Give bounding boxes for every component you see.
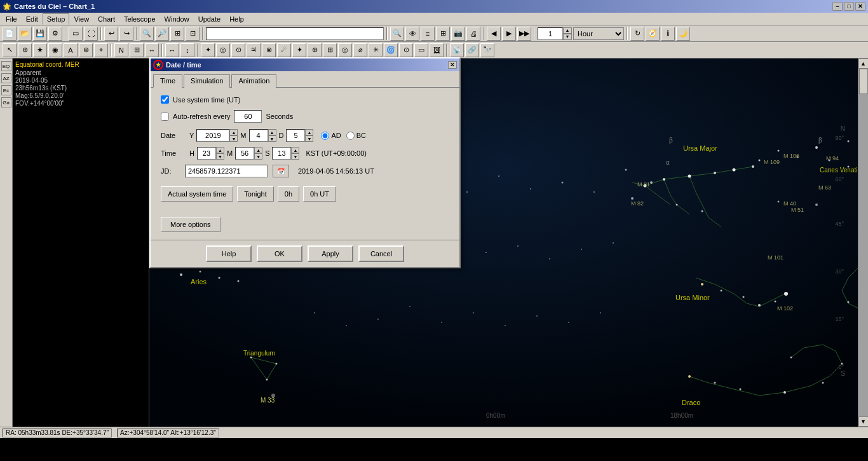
menu-chart[interactable]: Chart <box>93 13 119 25</box>
step-unit-select[interactable]: Hour Minute Day Month Year <box>573 27 624 40</box>
camera-button[interactable]: 📷 <box>451 27 465 41</box>
oh-ut-button[interactable]: 0h UT <box>303 186 336 202</box>
step-up[interactable]: ▲ <box>563 27 572 34</box>
horizon-filter[interactable]: ⌀ <box>353 43 367 57</box>
hour-down[interactable]: ▼ <box>216 153 224 160</box>
year-input[interactable] <box>196 129 229 142</box>
star-filter[interactable]: ✦ <box>201 43 215 57</box>
year-up[interactable]: ▲ <box>229 129 238 135</box>
telrad-filter[interactable]: ⊙ <box>399 43 413 57</box>
double-filter[interactable]: ⊕ <box>308 43 322 57</box>
zoom-in-button[interactable]: 🔍 <box>140 27 154 41</box>
menu-edit[interactable]: Edit <box>22 13 43 25</box>
use-system-time-checkbox[interactable] <box>161 95 169 104</box>
zoom-out-button[interactable]: 🔎 <box>155 27 169 41</box>
planet-label[interactable]: ♃ <box>247 43 261 57</box>
scroll-up[interactable]: ▲ <box>858 58 869 69</box>
more-options-button[interactable]: More options <box>161 217 220 232</box>
actual-system-time-button[interactable]: Actual system time <box>161 186 233 202</box>
circle-tool[interactable]: ◉ <box>48 43 62 57</box>
month-input[interactable] <box>249 129 268 142</box>
jd-input[interactable] <box>185 165 268 177</box>
sec-up[interactable]: ▲ <box>291 147 299 153</box>
minimize-button[interactable]: – <box>832 2 843 11</box>
ccd-filter[interactable]: ▭ <box>414 43 428 57</box>
dso-tool[interactable]: ⊛ <box>79 43 93 57</box>
north-button[interactable]: N <box>114 43 128 57</box>
comet-filter[interactable]: ☄ <box>277 43 291 57</box>
tab-time[interactable]: Time <box>153 74 182 88</box>
scroll-down[interactable]: ▼ <box>858 416 869 427</box>
month-down[interactable]: ▼ <box>268 135 276 142</box>
menu-window[interactable]: Window <box>160 13 194 25</box>
ec-btn[interactable]: Ec <box>1 85 11 95</box>
grid-button[interactable]: ⊞ <box>436 27 450 41</box>
tonight-button[interactable]: Tonight <box>237 186 273 202</box>
close-button[interactable]: ✕ <box>855 2 865 11</box>
day-up[interactable]: ▲ <box>305 129 313 135</box>
fullscreen-button[interactable]: ⛶ <box>84 27 98 41</box>
min-up[interactable]: ▲ <box>254 147 262 153</box>
new-button[interactable]: 📄 <box>3 27 17 41</box>
compass-button[interactable]: 🧭 <box>646 27 660 41</box>
step-input[interactable] <box>538 27 563 40</box>
apply-button[interactable]: Apply <box>308 245 353 262</box>
scope-button[interactable]: 🔭 <box>480 43 494 57</box>
link-button[interactable]: 🔗 <box>465 43 479 57</box>
right-button[interactable]: ▶▶ <box>517 27 531 41</box>
undo-button[interactable]: ↩ <box>104 27 118 41</box>
dialog-close-button[interactable]: ✕ <box>448 61 457 69</box>
hour-up[interactable]: ▲ <box>216 147 224 153</box>
crosshair-tool[interactable]: ⊕ <box>18 43 32 57</box>
star-tool[interactable]: ★ <box>33 43 47 57</box>
print-button[interactable]: 🖨 <box>466 27 480 41</box>
sync-button[interactable]: ↻ <box>630 27 644 41</box>
find-button[interactable]: 🔍 <box>390 27 404 41</box>
chart-button[interactable]: 👁 <box>405 27 419 41</box>
scroll-track[interactable] <box>858 69 868 416</box>
zoom-fit-button[interactable]: ⊞ <box>170 27 184 41</box>
year-down[interactable]: ▼ <box>229 135 238 142</box>
menu-file[interactable]: File <box>1 13 22 25</box>
menu-help[interactable]: Help <box>225 13 248 25</box>
auto-refresh-value[interactable] <box>234 110 262 123</box>
measure-button[interactable]: ↔ <box>145 43 159 57</box>
min-input[interactable] <box>235 147 254 160</box>
menu-view[interactable]: View <box>69 13 93 25</box>
grid-filter[interactable]: ⊞ <box>323 43 337 57</box>
info-button[interactable]: ℹ <box>661 27 675 41</box>
menu-update[interactable]: Update <box>194 13 225 25</box>
help-button[interactable]: Help <box>206 245 252 262</box>
menu-telescope[interactable]: Telescope <box>119 13 160 25</box>
window-button[interactable]: ▭ <box>69 27 83 41</box>
redo-button[interactable]: ↪ <box>119 27 133 41</box>
auto-refresh-checkbox[interactable] <box>161 113 169 121</box>
jd-calendar-button[interactable]: 📅 <box>273 165 289 177</box>
eq-filter[interactable]: ◎ <box>338 43 352 57</box>
day-down[interactable]: ▼ <box>305 135 313 142</box>
bc-radio[interactable] <box>346 132 355 140</box>
hour-input[interactable] <box>197 147 216 160</box>
ga-btn[interactable]: Ga <box>1 97 11 107</box>
open-button[interactable]: 📂 <box>18 27 32 41</box>
min-down[interactable]: ▼ <box>254 153 262 160</box>
mount-button[interactable]: 📡 <box>450 43 464 57</box>
settings-button[interactable]: ⚙ <box>48 27 62 41</box>
pointer-tool[interactable]: ↖ <box>3 43 17 57</box>
play-button[interactable]: ▶ <box>502 27 516 41</box>
right-scrollbar[interactable]: ▲ ▼ <box>858 58 868 427</box>
left-button[interactable]: ◀ <box>487 27 501 41</box>
deep-sky-filter[interactable]: ◎ <box>216 43 230 57</box>
cancel-button[interactable]: Cancel <box>358 245 404 262</box>
ruler-button[interactable]: ⊞ <box>130 43 144 57</box>
tab-animation[interactable]: Animation <box>231 74 276 88</box>
flip-h-button[interactable]: ↔ <box>165 43 179 57</box>
day-input[interactable] <box>286 129 305 142</box>
galaxy-filter[interactable]: 🌀 <box>384 43 398 57</box>
label-tool[interactable]: A <box>64 43 78 57</box>
nebula-filter[interactable]: ✳ <box>369 43 383 57</box>
save-button[interactable]: 💾 <box>33 27 47 41</box>
ad-radio[interactable] <box>321 132 329 140</box>
flip-v-button[interactable]: ↕ <box>180 43 194 57</box>
menu-setup[interactable]: Setup <box>43 13 70 25</box>
